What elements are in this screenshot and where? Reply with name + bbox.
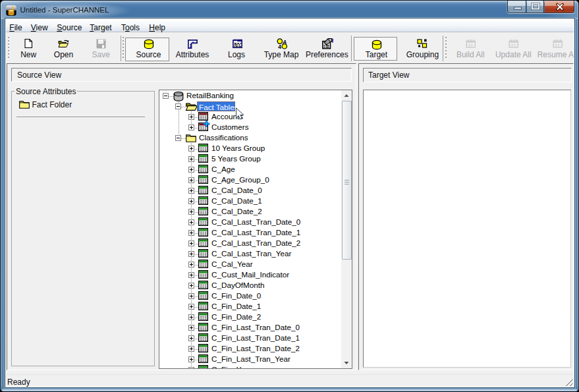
svg-text:4: 4 <box>278 43 281 50</box>
